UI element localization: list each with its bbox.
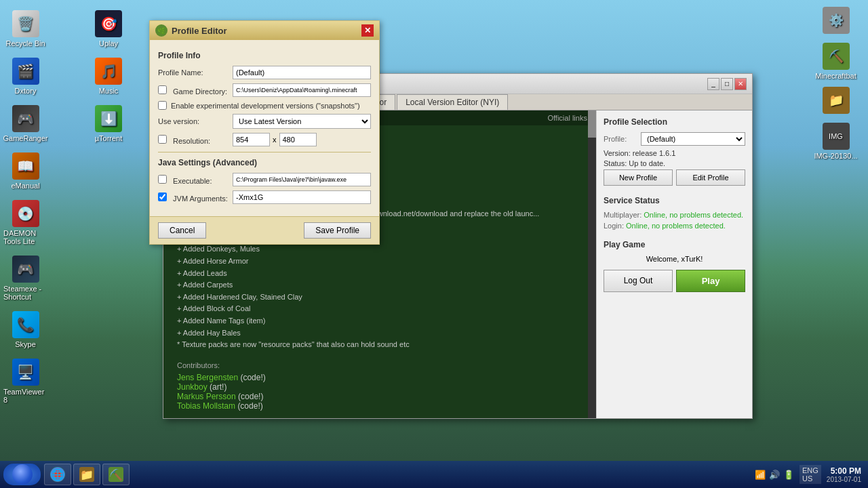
lang-text: ENG [802, 466, 818, 474]
game-directory-row: Game Directory: [158, 83, 371, 97]
dialog-icon: 🌿 [155, 24, 167, 37]
dialog-overlay: 🌿 Profile Editor ✕ Profile Info Profile … [0, 0, 868, 488]
minecraft-taskbar-icon: ⛏️ [108, 467, 123, 482]
dialog-title: Profile Editor [172, 26, 227, 36]
game-directory-label: Game Directory: [158, 85, 233, 96]
system-tray-icons: 📶 🔊 🔋 [755, 470, 794, 480]
system-clock: 5:00 PM 2013-07-01 [827, 466, 861, 483]
executable-label-left: Executable: [158, 175, 233, 185]
use-version-label: Use version: [158, 117, 233, 125]
dialog-separator [158, 152, 371, 152]
clock-time: 5:00 PM [827, 466, 861, 476]
resolution-row-left: Resolution: [158, 135, 233, 145]
volume-icon: 🔊 [769, 470, 780, 480]
game-directory-input[interactable] [233, 83, 371, 97]
dialog-close-button[interactable]: ✕ [361, 24, 374, 37]
experimental-row: Enable experimental development versions… [158, 101, 371, 110]
clock-date: 2013-07-01 [827, 476, 861, 483]
start-orb-icon [12, 464, 33, 485]
dialog-titlebar: 🌿 Profile Editor ✕ [150, 21, 379, 40]
dialog-body: Profile Info Profile Name: Game Director… [150, 40, 379, 216]
resolution-height-input[interactable] [279, 133, 317, 146]
start-button[interactable] [3, 464, 41, 485]
profile-name-label: Profile Name: [158, 68, 233, 77]
jvm-arguments-row: JVM Arguments: [158, 190, 371, 204]
executable-row: Executable: [158, 173, 371, 186]
resolution-row: Resolution: x [158, 133, 371, 146]
profile-editor-dialog: 🌿 Profile Editor ✕ Profile Info Profile … [149, 20, 380, 245]
jvm-checkbox[interactable] [158, 192, 167, 201]
profile-name-row: Profile Name: [158, 66, 371, 79]
use-version-select[interactable]: Use Latest Version [233, 114, 371, 129]
language-badge: ENG US [800, 465, 821, 484]
experimental-label[interactable]: Enable experimental development versions… [171, 102, 360, 110]
save-profile-button[interactable]: Save Profile [304, 222, 371, 239]
java-settings-section-label: Java Settings (Advanced) [158, 158, 371, 167]
cancel-button[interactable]: Cancel [158, 222, 206, 239]
taskbar-chrome[interactable]: 🌐 [44, 464, 71, 485]
executable-checkbox[interactable] [158, 175, 167, 184]
resolution-x-separator: x [273, 136, 277, 144]
taskbar-folder[interactable]: 📁 [73, 464, 100, 485]
network-icon: 📶 [755, 470, 766, 480]
executable-input[interactable] [233, 173, 371, 186]
folder-taskbar-icon: 📁 [79, 467, 94, 482]
profile-info-section-label: Profile Info [158, 51, 371, 60]
use-version-row: Use version: Use Latest Version [158, 114, 371, 129]
jvm-label-left: JVM Arguments: [158, 192, 233, 203]
dialog-title-left: 🌿 Profile Editor [155, 24, 227, 37]
profile-name-input[interactable] [233, 66, 371, 79]
experimental-checkbox[interactable] [158, 101, 167, 110]
taskbar-minecraft[interactable]: ⛏️ [102, 464, 130, 485]
dialog-footer: Cancel Save Profile [150, 216, 379, 244]
resolution-checkbox[interactable] [158, 135, 167, 144]
taskbar: 🌐 📁 ⛏️ 📶 🔊 🔋 ENG US 5:00 PM 2013-07-01 [0, 461, 868, 488]
game-directory-checkbox[interactable] [158, 85, 167, 94]
region-text: US [802, 474, 812, 483]
chrome-taskbar-icon: 🌐 [50, 467, 65, 482]
jvm-arguments-input[interactable] [233, 190, 371, 204]
battery-icon: 🔋 [783, 470, 794, 480]
resolution-width-input[interactable] [233, 133, 270, 146]
taskbar-right: 📶 🔊 🔋 ENG US 5:00 PM 2013-07-01 [755, 465, 865, 484]
taskbar-items: 🌐 📁 ⛏️ [44, 464, 755, 485]
